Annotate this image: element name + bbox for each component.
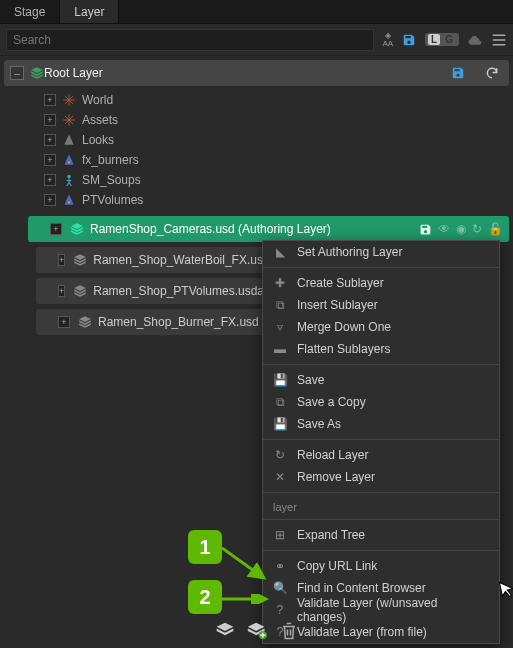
ctx-remove[interactable]: ✕Remove Layer bbox=[263, 466, 499, 488]
trash-icon[interactable] bbox=[278, 620, 300, 642]
save-icon[interactable] bbox=[401, 32, 417, 48]
ctx-section-header: layer bbox=[263, 497, 499, 515]
prim-type-icon bbox=[62, 193, 76, 207]
expand-icon[interactable]: + bbox=[44, 174, 56, 186]
annotation-badge-1: 1 bbox=[188, 530, 222, 564]
sublayer-label: RamenShop_Cameras.usd (Authoring Layer) bbox=[90, 222, 419, 236]
sublayer-row[interactable]: +Ramen_Shop_Burner_FX.usd bbox=[36, 309, 268, 335]
flatten-icon: ▬ bbox=[273, 342, 287, 356]
layers-icon bbox=[73, 284, 87, 298]
root-layer-label: Root Layer bbox=[44, 66, 451, 80]
ctx-save[interactable]: 💾Save bbox=[263, 369, 499, 391]
merge-icon: ▿ bbox=[273, 320, 287, 334]
tree-node[interactable]: +World bbox=[4, 90, 509, 110]
annotation-badge-2: 2 bbox=[188, 580, 222, 614]
expand-icon[interactable]: + bbox=[50, 223, 62, 235]
double-sided-icon[interactable]: ◈ AA bbox=[382, 32, 393, 46]
prim-type-icon bbox=[62, 133, 76, 147]
svg-line-3 bbox=[222, 548, 264, 578]
save-as-icon: 💾 bbox=[273, 417, 287, 431]
tab-stage[interactable]: Stage bbox=[0, 0, 60, 23]
layer-toolbar: ◈ AA LG bbox=[0, 24, 513, 56]
expand-icon[interactable]: + bbox=[44, 94, 56, 106]
save-icon: 💾 bbox=[273, 373, 287, 387]
settings-icon[interactable]: ◉ bbox=[456, 222, 466, 236]
sublayer-label: Ramen_Shop_Burner_FX.usd bbox=[98, 315, 262, 329]
save-icon[interactable] bbox=[451, 66, 465, 80]
svg-point-2 bbox=[68, 201, 70, 203]
tree-node[interactable]: +PTVolumes bbox=[4, 190, 509, 210]
save-icon[interactable] bbox=[419, 223, 432, 236]
layers-icon bbox=[73, 253, 87, 267]
svg-point-1 bbox=[67, 175, 71, 179]
expand-icon[interactable]: + bbox=[44, 134, 56, 146]
local-global-toggle[interactable]: LG bbox=[425, 33, 459, 46]
refresh-icon[interactable] bbox=[485, 66, 499, 80]
stack-plus-icon: ✚ bbox=[273, 276, 287, 290]
search-icon: 🔍 bbox=[273, 581, 287, 595]
layer-context-menu: ◣Set Authoring Layer ✚Create Sublayer ⧉I… bbox=[262, 240, 500, 644]
refresh-icon[interactable]: ↻ bbox=[472, 222, 482, 236]
save-copy-icon: ⧉ bbox=[273, 395, 287, 409]
prim-type-icon bbox=[62, 93, 76, 107]
tree-node-label: World bbox=[82, 93, 113, 107]
search-input[interactable] bbox=[6, 29, 374, 51]
bottom-toolbar bbox=[0, 620, 513, 642]
tab-layer[interactable]: Layer bbox=[60, 0, 119, 23]
ctx-flatten[interactable]: ▬Flatten Sublayers bbox=[263, 338, 499, 360]
tree-node-label: PTVolumes bbox=[82, 193, 143, 207]
ctx-set-authoring[interactable]: ◣Set Authoring Layer bbox=[263, 241, 499, 263]
create-layer-icon[interactable] bbox=[246, 620, 268, 642]
expand-icon[interactable]: + bbox=[58, 285, 65, 297]
tab-bar: Stage Layer bbox=[0, 0, 513, 24]
link-icon: ⚭ bbox=[273, 559, 287, 573]
ctx-merge-down[interactable]: ▿Merge Down One bbox=[263, 316, 499, 338]
ctx-insert-sublayer[interactable]: ⧉Insert Sublayer bbox=[263, 294, 499, 316]
bookmark-icon: ◣ bbox=[273, 245, 287, 259]
prim-type-icon bbox=[62, 113, 76, 127]
tree-node-label: fx_burners bbox=[82, 153, 139, 167]
layers-icon bbox=[70, 222, 84, 236]
ctx-create-sublayer[interactable]: ✚Create Sublayer bbox=[263, 272, 499, 294]
tree-node[interactable]: +fx_burners bbox=[4, 150, 509, 170]
menu-icon[interactable] bbox=[491, 32, 507, 48]
tree-node-label: SM_Soups bbox=[82, 173, 141, 187]
sublayer-selected[interactable]: + RamenShop_Cameras.usd (Authoring Layer… bbox=[28, 216, 509, 242]
prim-type-icon bbox=[62, 173, 76, 187]
sublayer-row[interactable]: +Ramen_Shop_PTVolumes.usda bbox=[36, 278, 268, 304]
unlock-icon[interactable]: 🔓 bbox=[488, 222, 503, 236]
ctx-save-copy[interactable]: ⧉Save a Copy bbox=[263, 391, 499, 413]
tree-node[interactable]: +SM_Soups bbox=[4, 170, 509, 190]
ctx-validate-unsaved[interactable]: ?Validate Layer (w/unsaved changes) bbox=[263, 599, 499, 621]
tree-node[interactable]: +Looks bbox=[4, 130, 509, 150]
layers-icon bbox=[78, 315, 92, 329]
svg-point-0 bbox=[68, 161, 70, 163]
ctx-save-as[interactable]: 💾Save As bbox=[263, 413, 499, 435]
sublayer-row[interactable]: +Ramen_Shop_WaterBoil_FX.usd bbox=[36, 247, 268, 273]
root-layer-row[interactable]: – Root Layer bbox=[4, 60, 509, 86]
reload-icon: ↻ bbox=[273, 448, 287, 462]
sublayer-label: Ramen_Shop_WaterBoil_FX.usd bbox=[93, 253, 268, 267]
import-layer-icon[interactable] bbox=[214, 620, 236, 642]
cloud-icon[interactable] bbox=[467, 32, 483, 48]
stack-insert-icon: ⧉ bbox=[273, 298, 287, 312]
expand-icon[interactable]: + bbox=[58, 254, 65, 266]
tree-node-label: Looks bbox=[82, 133, 114, 147]
mouse-cursor bbox=[498, 579, 513, 600]
prim-type-icon bbox=[62, 153, 76, 167]
ctx-copy-url[interactable]: ⚭Copy URL Link bbox=[263, 555, 499, 577]
expand-icon[interactable]: + bbox=[44, 194, 56, 206]
tree-node[interactable]: +Assets bbox=[4, 110, 509, 130]
question-icon: ? bbox=[273, 603, 287, 617]
ctx-reload[interactable]: ↻Reload Layer bbox=[263, 444, 499, 466]
remove-icon: ✕ bbox=[273, 470, 287, 484]
expand-icon[interactable]: + bbox=[44, 114, 56, 126]
expand-icon[interactable]: + bbox=[44, 154, 56, 166]
expand-icon: ⊞ bbox=[273, 528, 287, 542]
ctx-expand-tree[interactable]: ⊞Expand Tree bbox=[263, 524, 499, 546]
stack-icon bbox=[30, 66, 44, 80]
expand-icon[interactable]: + bbox=[58, 316, 70, 328]
collapse-icon[interactable]: – bbox=[10, 66, 24, 80]
tree-node-label: Assets bbox=[82, 113, 118, 127]
eye-icon[interactable]: 👁 bbox=[438, 222, 450, 236]
